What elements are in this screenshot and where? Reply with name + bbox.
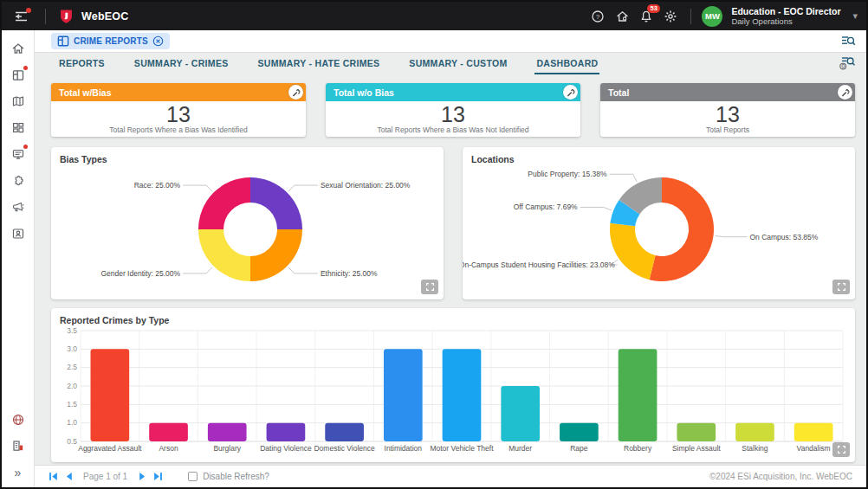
user-menu-chevron-down-icon[interactable]: ▾ bbox=[852, 10, 858, 22]
help-button[interactable]: ? bbox=[588, 7, 607, 26]
sidebar-item-contacts[interactable] bbox=[7, 222, 29, 245]
label-leader-line bbox=[183, 267, 212, 273]
x-axis-category-label: Intimidation bbox=[385, 444, 423, 453]
next-page-button[interactable] bbox=[134, 471, 150, 483]
summary-card-title: Total w/Bias bbox=[59, 87, 111, 98]
bar-intimidation[interactable] bbox=[384, 349, 423, 441]
x-axis-category-label: Aggravated Assault bbox=[78, 444, 142, 453]
filter-search-icon: 0 bbox=[837, 55, 856, 72]
tool-wrench-icon bbox=[292, 88, 301, 97]
next-page-icon bbox=[138, 472, 147, 481]
user-info: Education - EOC Director Daily Operation… bbox=[731, 6, 840, 27]
bar-murder[interactable] bbox=[501, 386, 540, 441]
sidebar-item-organization[interactable] bbox=[7, 434, 29, 457]
sidebar-item-language[interactable] bbox=[7, 409, 29, 431]
board-icon bbox=[57, 35, 69, 47]
fullscreen-icon bbox=[837, 282, 846, 292]
menu-collapse-button[interactable] bbox=[12, 7, 31, 26]
y-axis-tick-label: 3.5 bbox=[67, 326, 77, 335]
expand-chart-button[interactable] bbox=[421, 280, 438, 294]
previous-page-button[interactable] bbox=[61, 471, 76, 483]
list-search-icon bbox=[841, 35, 856, 48]
boards-notification-dot bbox=[23, 66, 28, 70]
topbar-divider bbox=[45, 9, 46, 24]
menu-notification-dot bbox=[26, 8, 31, 13]
sidebar-expand-button[interactable]: » bbox=[7, 461, 29, 484]
tab-summary-custom[interactable]: SUMMARY - CUSTOM bbox=[407, 53, 508, 74]
sidebar-item-maps[interactable] bbox=[7, 90, 29, 113]
sidebar-item-messages[interactable] bbox=[7, 143, 29, 165]
pie-label: On Campus: 53.85% bbox=[749, 233, 818, 241]
x-axis-category-label: Domestic Violence bbox=[314, 444, 375, 453]
bar-domestic-violence[interactable] bbox=[325, 423, 364, 441]
sidebar-item-apps[interactable] bbox=[7, 117, 29, 139]
locations-chart-card: Locations On Campus: 53.85%On-Campus Stu… bbox=[463, 147, 855, 299]
notifications-button[interactable]: 53 bbox=[637, 7, 656, 26]
bar-aggravated-assault[interactable] bbox=[91, 349, 130, 441]
bar-burglary[interactable] bbox=[208, 423, 247, 441]
bar-stalking[interactable] bbox=[735, 423, 774, 441]
disable-refresh-checkbox[interactable] bbox=[188, 472, 198, 481]
bar-dating-violence[interactable] bbox=[267, 423, 306, 441]
expand-chart-button[interactable] bbox=[832, 442, 850, 457]
messages-notification-dot bbox=[23, 145, 28, 149]
home-button[interactable] bbox=[612, 7, 632, 26]
summary-cards-row: Total w/Bias13Total Reports Where a Bias… bbox=[51, 83, 855, 137]
app-window: WebEOC ? 53 bbox=[0, 0, 868, 489]
summary-card-body: 13Total Reports bbox=[600, 101, 855, 134]
board-chip-crime-reports[interactable]: CRIME REPORTS bbox=[51, 33, 170, 49]
organization-building-icon bbox=[11, 439, 25, 453]
topbar-divider-2 bbox=[690, 9, 691, 24]
card-settings-button[interactable] bbox=[288, 85, 303, 100]
summary-card-value: 13 bbox=[326, 103, 580, 125]
bar-robbery[interactable] bbox=[619, 349, 657, 441]
x-axis-category-label: Dating Violence bbox=[260, 444, 312, 453]
summary-card-caption: Total Reports Where a Bias Was Not Ident… bbox=[326, 125, 580, 134]
topbar-right: ? 53 bbox=[588, 6, 858, 27]
label-leader-line bbox=[288, 267, 318, 273]
bar-vandalism[interactable] bbox=[794, 423, 833, 441]
footer-bar: Page 1 of 1 Disable Refresh? ©2024 ESi A… bbox=[35, 465, 866, 487]
first-page-icon bbox=[49, 472, 58, 481]
card-settings-button[interactable] bbox=[838, 85, 852, 100]
pie-slice-on-campus-student-housing-facilities[interactable] bbox=[610, 223, 656, 280]
bar-motor-vehicle-theft[interactable] bbox=[443, 349, 482, 441]
settings-button[interactable] bbox=[661, 7, 680, 26]
disable-refresh-control[interactable]: Disable Refresh? bbox=[188, 472, 269, 481]
bar-rape[interactable] bbox=[560, 423, 599, 441]
reported-crimes-chart-card: Reported Crimes by Type 0.51.01.52.02.53… bbox=[51, 308, 855, 462]
chart-title: Reported Crimes by Type bbox=[51, 308, 855, 325]
summary-card-caption: Total Reports Where a Bias Was Identifie… bbox=[51, 125, 306, 134]
bar-arson[interactable] bbox=[149, 423, 188, 441]
user-avatar[interactable]: MW bbox=[702, 6, 722, 27]
disable-refresh-label: Disable Refresh? bbox=[203, 472, 269, 481]
bar-simple-assault[interactable] bbox=[677, 423, 716, 441]
sidebar-item-broadcast[interactable] bbox=[7, 196, 29, 218]
tab-summary-crimes[interactable]: SUMMARY - CRIMES bbox=[133, 53, 230, 74]
first-page-button[interactable] bbox=[45, 471, 61, 483]
pie-label: Sexual Orientation: 25.00% bbox=[321, 181, 411, 190]
sidebar-item-home[interactable] bbox=[7, 37, 29, 60]
summary-card-total: Total13Total Reports bbox=[600, 83, 855, 137]
last-page-button[interactable] bbox=[150, 471, 165, 483]
juvare-shield-logo bbox=[60, 9, 73, 24]
close-circle-icon[interactable] bbox=[152, 35, 164, 47]
sidebar-item-plugins[interactable] bbox=[7, 170, 29, 192]
expand-chart-button[interactable] bbox=[832, 280, 850, 294]
app-title: WebEOC bbox=[81, 10, 128, 23]
tab-summary-hate-crimes[interactable]: SUMMARY - HATE CRIMES bbox=[256, 53, 382, 74]
tab-reports[interactable]: REPORTS bbox=[57, 53, 107, 74]
label-leader-line bbox=[288, 185, 318, 191]
x-axis-category-label: Murder bbox=[508, 444, 532, 453]
x-axis-category-label: Arson bbox=[159, 444, 178, 453]
filter-search-button[interactable]: 0 bbox=[835, 55, 858, 74]
svg-text:?: ? bbox=[596, 13, 600, 21]
sidebar-item-boards[interactable] bbox=[7, 64, 29, 87]
board-search-button[interactable] bbox=[839, 32, 858, 51]
card-settings-button[interactable] bbox=[563, 85, 578, 100]
chart-title: Bias Types bbox=[51, 147, 444, 164]
open-boards-bar: CRIME REPORTS bbox=[35, 30, 866, 53]
tab-dashboard[interactable]: DASHBOARD bbox=[534, 53, 599, 74]
summary-card-value: 13 bbox=[51, 103, 306, 125]
label-leader-line bbox=[716, 235, 748, 236]
